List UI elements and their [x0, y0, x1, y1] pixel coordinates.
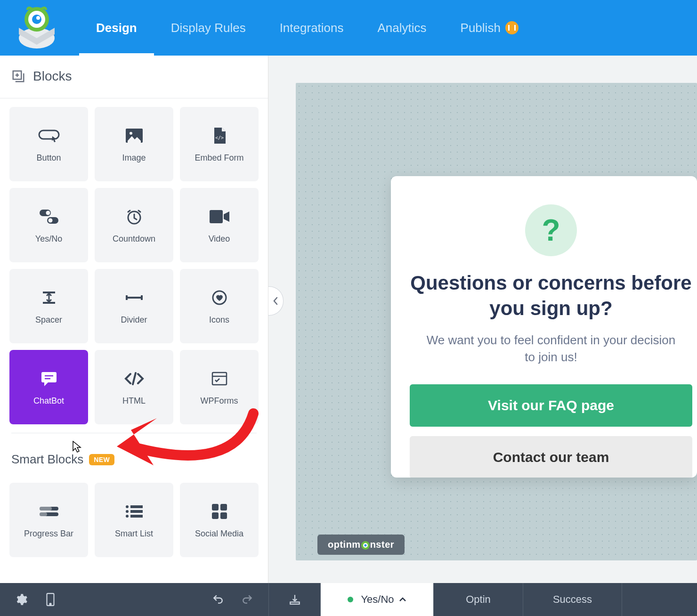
settings-button[interactable]: [8, 587, 34, 612]
block-label: HTML: [122, 396, 146, 406]
block-smart-list[interactable]: Smart List: [95, 483, 173, 557]
nav-tabs: Design Display Rules Integrations Analyt…: [79, 0, 535, 56]
block-spacer[interactable]: Spacer: [9, 269, 88, 343]
svg-point-25: [126, 510, 129, 513]
svg-point-8: [130, 132, 132, 135]
chevron-up-icon: [399, 597, 406, 602]
primary-cta-button[interactable]: Visit our FAQ page: [410, 384, 692, 427]
view-yesno-label: Yes/No: [361, 593, 394, 606]
block-label: Button: [36, 153, 61, 163]
list-icon: [125, 502, 144, 521]
svg-rect-17: [41, 372, 57, 382]
pause-icon: [505, 21, 519, 34]
popup-subtext[interactable]: We want you to feel confident in your de…: [410, 332, 692, 366]
campaign-popup[interactable]: ? Questions or concerns before you sign …: [391, 176, 697, 478]
view-success-label: Success: [553, 593, 592, 606]
svg-rect-38: [290, 602, 300, 604]
svg-point-4: [36, 16, 40, 20]
block-label: Progress Bar: [24, 529, 73, 539]
sidebar-header: Blocks: [0, 56, 268, 98]
tab-analytics[interactable]: Analytics: [361, 0, 444, 56]
clock-icon: [125, 207, 143, 227]
popup-sub-line1: We want you to feel confident in your de…: [427, 333, 676, 347]
view-yesno[interactable]: Yes/No: [320, 583, 433, 616]
block-label: Embed Form: [195, 153, 243, 163]
block-image[interactable]: Image: [95, 107, 173, 181]
block-label: Smart List: [115, 529, 153, 539]
block-html[interactable]: HTML: [95, 350, 173, 424]
tab-integrations[interactable]: Integrations: [263, 0, 361, 56]
active-dot-icon: [348, 597, 353, 602]
view-optin-label: Optin: [466, 593, 491, 606]
heart-icon: [211, 288, 227, 308]
svg-rect-22: [40, 512, 47, 516]
svg-rect-20: [40, 507, 52, 511]
svg-point-11: [46, 211, 50, 215]
block-label: ChatBot: [33, 396, 64, 406]
block-progress-bar[interactable]: Progress Bar: [9, 483, 88, 557]
popup-heading-line1: Questions or concerns before: [410, 272, 691, 294]
block-button[interactable]: Button: [9, 107, 88, 181]
form-icon: [211, 369, 227, 389]
block-label: Image: [122, 153, 146, 163]
block-social-media[interactable]: Social Media: [180, 483, 259, 557]
badge-new: NEW: [89, 454, 114, 465]
spacer-icon: [41, 288, 57, 308]
progress-icon: [39, 502, 59, 521]
optinmonster-watermark[interactable]: optinm nster: [317, 535, 405, 555]
block-grid: ButtonImage</>Embed FormYes/NoCountdownV…: [0, 98, 268, 433]
popup-heading[interactable]: Questions or concerns before you sign up…: [410, 270, 692, 321]
image-icon: [126, 126, 143, 146]
question-mark-icon: ?: [525, 204, 577, 256]
app-logo: [8, 5, 65, 50]
svg-point-23: [126, 505, 129, 508]
view-success[interactable]: Success: [523, 583, 622, 616]
block-chatbot[interactable]: ChatBot: [9, 350, 88, 424]
chat-icon: [41, 369, 57, 389]
top-navbar: Design Display Rules Integrations Analyt…: [0, 0, 697, 56]
file-code-icon: </>: [212, 126, 227, 146]
secondary-cta-button[interactable]: Contact our team: [410, 436, 692, 478]
bottombar-spacer: [622, 583, 697, 616]
code-icon: [124, 369, 145, 389]
svg-rect-28: [130, 515, 143, 518]
svg-rect-6: [39, 130, 59, 139]
smart-blocks-title: Smart Blocks: [11, 452, 83, 467]
svg-rect-31: [212, 512, 219, 519]
block-wpforms[interactable]: WPForms: [180, 350, 259, 424]
svg-rect-15: [210, 210, 223, 223]
blocks-icon: [11, 69, 25, 83]
svg-rect-24: [130, 505, 143, 508]
view-optin[interactable]: Optin: [433, 583, 523, 616]
svg-point-27: [126, 515, 129, 518]
block-icons[interactable]: Icons: [180, 269, 259, 343]
popup-sub-line2: to join us!: [525, 350, 577, 364]
tab-design[interactable]: Design: [79, 0, 154, 56]
block-yes-no[interactable]: Yes/No: [9, 188, 88, 262]
block-countdown[interactable]: Countdown: [95, 188, 173, 262]
yesno-icon: [39, 207, 59, 227]
svg-rect-30: [220, 504, 227, 511]
block-label: Divider: [121, 315, 147, 325]
download-button[interactable]: [268, 583, 320, 616]
tab-display-rules[interactable]: Display Rules: [154, 0, 263, 56]
svg-rect-26: [130, 510, 143, 513]
redo-button[interactable]: [235, 587, 260, 612]
sidebar-title: Blocks: [33, 69, 72, 84]
mobile-preview-button[interactable]: [38, 587, 63, 612]
block-label: Icons: [209, 315, 229, 325]
collapse-sidebar-button[interactable]: [268, 286, 284, 316]
block-video[interactable]: Video: [180, 188, 259, 262]
smart-blocks-header: Smart Blocks NEW: [0, 433, 268, 471]
block-label: Yes/No: [35, 234, 62, 244]
bottom-toolbar: Yes/No Optin Success: [0, 583, 697, 616]
button-icon: [38, 126, 60, 146]
divider-icon: [125, 288, 144, 308]
svg-point-13: [48, 218, 52, 222]
undo-button[interactable]: [205, 587, 231, 612]
tab-publish[interactable]: Publish: [444, 0, 535, 56]
block-embed-form[interactable]: </>Embed Form: [180, 107, 259, 181]
svg-point-3: [32, 15, 41, 24]
block-label: Countdown: [113, 234, 155, 244]
block-divider[interactable]: Divider: [95, 269, 173, 343]
